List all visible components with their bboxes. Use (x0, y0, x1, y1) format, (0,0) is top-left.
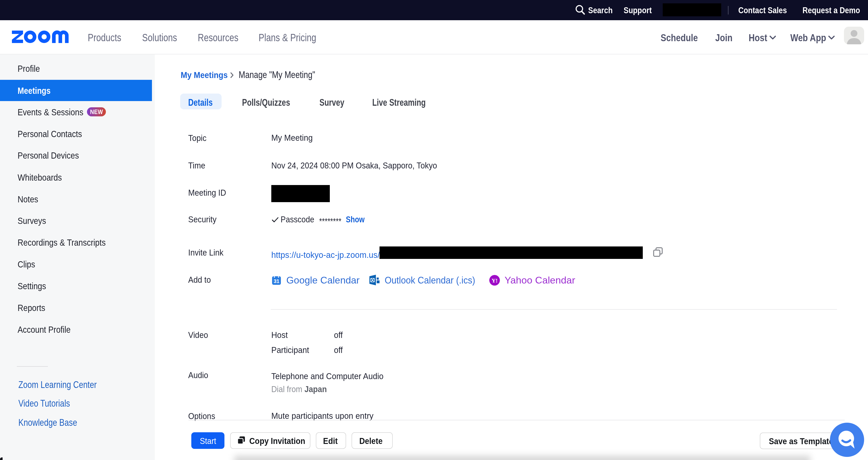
svg-text:Y!: Y! (492, 277, 498, 284)
svg-text:31: 31 (274, 278, 279, 284)
